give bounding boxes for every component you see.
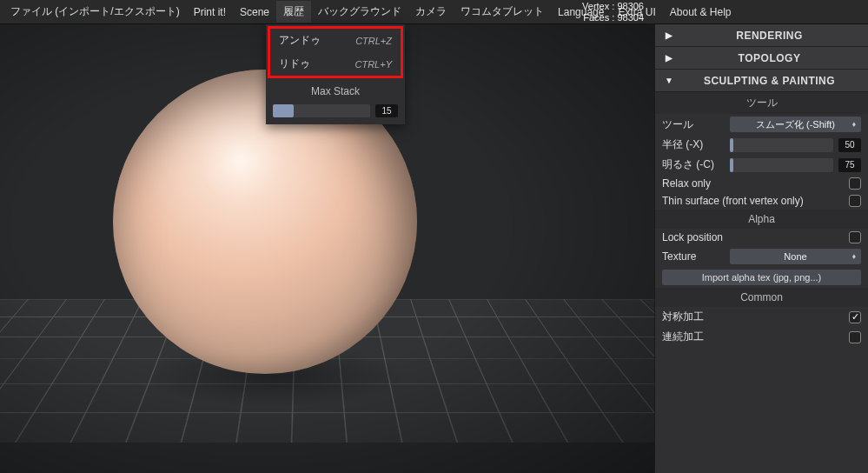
- menu-wacom[interactable]: ワコムタブレット: [454, 1, 551, 23]
- row-texture: Texture None: [655, 246, 868, 267]
- undo-item[interactable]: アンドゥ CTRL+Z: [270, 29, 401, 52]
- label-continuous: 連続加工: [662, 330, 844, 344]
- menu-camera[interactable]: カメラ: [408, 1, 454, 23]
- max-stack-thumb[interactable]: [273, 104, 294, 117]
- menu-file[interactable]: ファイル (インポート/エクスポート): [3, 1, 187, 23]
- menu-history[interactable]: 履歴: [276, 1, 311, 23]
- chevron-right-icon: ▶: [664, 53, 674, 63]
- undo-label: アンドゥ: [279, 33, 321, 48]
- section-rendering-title: RENDERING: [679, 30, 859, 42]
- row-intensity: 明るさ (-C) 75: [655, 155, 868, 175]
- group-common: Common: [655, 288, 868, 307]
- label-relax: Relax only: [662, 177, 844, 190]
- max-stack-row: 15: [266, 101, 405, 124]
- texture-select[interactable]: None: [730, 249, 861, 264]
- history-dropdown: アンドゥ CTRL+Z リドゥ CTRL+Y Max Stack 15: [266, 24, 405, 124]
- section-sculpting-title: SCULPTING & PAINTING: [679, 75, 859, 87]
- intensity-slider[interactable]: [730, 158, 833, 172]
- menu-scene[interactable]: Scene: [233, 3, 276, 22]
- side-panel: ▶ RENDERING ▶ TOPOLOGY ▼ SCULPTING & PAI…: [654, 24, 868, 473]
- redo-item[interactable]: リドゥ CTRL+Y: [270, 52, 401, 76]
- label-texture: Texture: [662, 250, 725, 263]
- max-stack-value[interactable]: 15: [375, 104, 398, 117]
- section-sculpting[interactable]: ▼ SCULPTING & PAINTING: [655, 70, 868, 92]
- thin-checkbox[interactable]: [849, 195, 861, 207]
- row-radius: 半径 (-X) 50: [655, 135, 868, 155]
- group-alpha: Alpha: [655, 210, 868, 229]
- section-topology-title: TOPOLOGY: [679, 52, 859, 64]
- radius-value[interactable]: 50: [838, 138, 861, 152]
- symmetry-checkbox[interactable]: [849, 311, 861, 323]
- chevron-right-icon: ▶: [664, 30, 674, 40]
- import-alpha-button[interactable]: Import alpha tex (jpg, png...): [662, 270, 861, 285]
- stats-box: Vertex : 98306 Faces : 98304: [582, 0, 651, 24]
- section-rendering[interactable]: ▶ RENDERING: [655, 24, 868, 47]
- intensity-value[interactable]: 75: [838, 158, 861, 172]
- label-radius: 半径 (-X): [662, 137, 725, 152]
- row-relax: Relax only: [655, 175, 868, 192]
- row-thin: Thin surface (front vertex only): [655, 192, 868, 210]
- row-symmetry: 対称加工: [655, 307, 868, 327]
- label-tool: ツール: [662, 117, 725, 132]
- label-symmetry: 対称加工: [662, 310, 844, 324]
- radius-slider[interactable]: [730, 138, 833, 152]
- menubar: ファイル (インポート/エクスポート) Print it! Scene 履歴 バ…: [0, 0, 868, 24]
- label-intensity: 明るさ (-C): [662, 157, 725, 172]
- max-stack-label: Max Stack: [266, 80, 405, 101]
- chevron-down-icon: ▼: [664, 76, 674, 85]
- row-lock: Lock position: [655, 229, 868, 246]
- redo-label: リドゥ: [279, 57, 310, 71]
- intensity-thumb[interactable]: [730, 158, 733, 172]
- relax-checkbox[interactable]: [849, 177, 861, 190]
- stat-faces: Faces : 98304: [582, 12, 647, 23]
- continuous-checkbox[interactable]: [849, 331, 861, 343]
- max-stack-slider[interactable]: [273, 104, 370, 117]
- menu-print[interactable]: Print it!: [187, 3, 233, 22]
- undo-shortcut: CTRL+Z: [355, 36, 392, 46]
- label-lock: Lock position: [662, 231, 844, 243]
- row-tool: ツール スムーズ化 (-Shift): [655, 114, 868, 135]
- redo-shortcut: CTRL+Y: [355, 59, 393, 70]
- stat-vertex: Vertex : 98306: [582, 1, 647, 12]
- radius-thumb[interactable]: [730, 138, 733, 152]
- lock-checkbox[interactable]: [849, 231, 861, 243]
- row-continuous: 連続加工: [655, 327, 868, 347]
- menu-background[interactable]: バックグラウンド: [311, 1, 408, 23]
- highlight-box: アンドゥ CTRL+Z リドゥ CTRL+Y: [268, 26, 403, 78]
- section-topology[interactable]: ▶ TOPOLOGY: [655, 47, 868, 70]
- tool-select[interactable]: スムーズ化 (-Shift): [730, 117, 861, 132]
- label-thin: Thin surface (front vertex only): [662, 195, 844, 207]
- group-tool: ツール: [655, 92, 868, 114]
- menu-about[interactable]: About & Help: [663, 3, 739, 22]
